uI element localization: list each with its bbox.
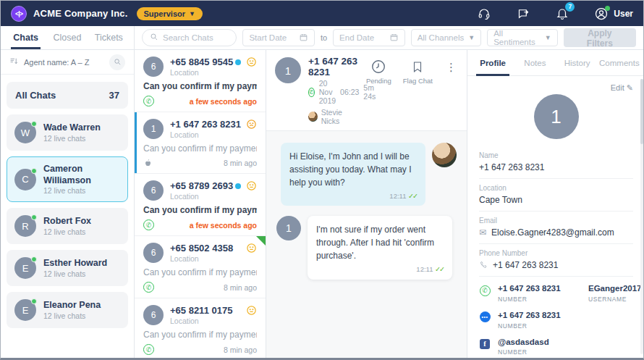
online-status-dot: [31, 121, 37, 127]
top-navbar: <|> ACME Company Inc. Supervisor ▼ 7: [1, 1, 643, 26]
scrollbar[interactable]: [640, 79, 643, 354]
avatar: 6: [143, 180, 164, 201]
whatsapp-icon: ✆: [480, 285, 491, 296]
agent-photo: [432, 143, 457, 167]
agent-item-robert-fox[interactable]: R Robert Fox 12 live chats: [7, 208, 128, 244]
message-text: I'm not sure if my order went through. A…: [316, 225, 434, 261]
channels-select[interactable]: All Channels ▼: [411, 29, 482, 46]
chat-location-label: Location: [170, 192, 257, 201]
search-placeholder: Search Chats: [163, 33, 213, 42]
agent-name: Wade Warren: [43, 122, 101, 134]
tab-notes[interactable]: Notes: [514, 50, 556, 75]
tab-profile[interactable]: Profile: [472, 50, 514, 75]
chat-list-item-selected[interactable]: 1 +1 647 263 8231 Location Can you confi…: [135, 112, 266, 174]
chat-location-label: Location: [170, 254, 257, 263]
more-options-icon[interactable]: ⋮: [444, 59, 458, 75]
phone-icon: [479, 261, 488, 269]
online-status-dot: [31, 256, 37, 262]
notification-count-badge: 7: [565, 2, 575, 12]
chat-list-item[interactable]: 6 +65 8502 4358 Location Can you confirm…: [135, 236, 266, 298]
chat-window: 1 +1 647 263 8231 ✆ 20 Nov 2019 06:23 5m…: [266, 50, 467, 360]
tab-comments[interactable]: Comments: [598, 50, 640, 75]
avatar: E: [14, 257, 36, 279]
agent-item-eleanor-pena[interactable]: E Eleanor Pena 12 live chats: [7, 292, 128, 328]
agent-name: Esther Howard: [43, 258, 107, 269]
chat-phone-number: +65 8211 0175: [170, 305, 232, 316]
channel-row-whatsapp: ✆ +1 647 263 8231NUMBER EGanger2017USERN…: [479, 284, 633, 303]
role-label: Supervisor: [144, 9, 185, 18]
sentiment-sad-icon: [246, 119, 257, 130]
chat-list-item[interactable]: 6 +65 8211 0175 Location Can you confirm…: [135, 298, 266, 360]
all-chats-count: 37: [109, 90, 119, 101]
chat-list: 6 +65 8845 9545 Location Can you confirm…: [135, 50, 266, 360]
chat-preview: Can you confirm if my payment went...: [143, 143, 257, 154]
avatar: 6: [143, 305, 164, 325]
agent-live-chats: 12 live chats: [43, 186, 120, 195]
search-chats-input[interactable]: Search Chats: [142, 29, 237, 46]
avatar: 1: [275, 57, 301, 83]
chat-preview: Can you confirm if my payment wen...: [143, 81, 257, 91]
tab-tickets[interactable]: Tickets: [88, 26, 130, 49]
tab-chats[interactable]: Chats: [5, 26, 46, 49]
user-label: User: [614, 9, 633, 19]
chat-header: 1 +1 647 263 8231 ✆ 20 Nov 2019 06:23 5m…: [266, 50, 467, 131]
conversation-title: +1 647 263 8231: [308, 56, 359, 78]
chat-phone-number: +1 647 263 8231: [170, 119, 241, 130]
pending-button[interactable]: Pending: [366, 59, 391, 85]
sentiments-select[interactable]: All Sentiments ▼: [487, 29, 558, 46]
read-receipt-icon: ✓✓: [408, 192, 417, 200]
messenger-icon: •••: [480, 311, 491, 322]
tab-history[interactable]: History: [556, 50, 598, 75]
sort-icon[interactable]: [9, 56, 19, 69]
profile-field-email: Email ✉Eloise.Gagner4283@gmail.com: [479, 211, 633, 243]
transfer-chat-icon[interactable]: [516, 7, 530, 21]
read-receipt-icon: ✓✓: [435, 265, 444, 273]
customer-message: 1 I'm not sure if my order went through.…: [276, 216, 457, 279]
agent-live-chats: 12 live chats: [43, 134, 101, 143]
message-time: 12:11: [389, 192, 406, 200]
chat-timestamp: a few seconds ago: [190, 221, 257, 230]
avatar: 1: [276, 216, 301, 240]
agent-item-wade-warren[interactable]: W Wade Warren 12 live chats: [7, 114, 128, 151]
apply-filters-button[interactable]: Apply Filters: [564, 28, 636, 47]
conversation-date: 20 Nov 2019: [319, 79, 336, 105]
sentiment-neutral-icon: [246, 305, 257, 316]
chat-list-item[interactable]: 6 +65 8789 2693 Location Can you confirm…: [135, 174, 266, 236]
notifications-bell-icon[interactable]: 7: [555, 7, 569, 21]
agent-photo: [308, 112, 318, 122]
agent-sort-label[interactable]: Agent name: A – Z: [24, 58, 90, 67]
agent-live-chats: 12 live chats: [43, 227, 91, 236]
channels-value: All Channels: [418, 33, 465, 42]
flag-chat-button[interactable]: Flag Chat: [403, 59, 433, 85]
avatar: 1: [143, 119, 164, 139]
edit-profile-button[interactable]: Edit ✎: [611, 83, 633, 93]
avatar: 6: [143, 56, 164, 77]
role-selector[interactable]: Supervisor ▼: [137, 7, 203, 20]
chat-preview: Can you confirm if my payment went...: [143, 267, 257, 277]
user-menu[interactable]: User: [594, 7, 633, 21]
agent-search-button[interactable]: [109, 54, 125, 70]
sentiments-value: All Sentiments: [493, 29, 545, 46]
tab-closed[interactable]: Closed: [46, 26, 88, 49]
unread-indicator-dot: [235, 59, 241, 65]
whatsapp-channel-icon: ✆: [143, 282, 154, 293]
agent-item-cameron-williamson[interactable]: C Cameron Williamson 12 live chats: [7, 156, 128, 202]
chat-list-item[interactable]: 6 +65 8845 9545 Location Can you confirm…: [135, 50, 266, 112]
message-text: Hi Eloise, I'm John and I will be assist…: [289, 151, 412, 188]
chat-preview: Can you confirm if my payment wen...: [143, 205, 257, 215]
start-date-input[interactable]: Start Date: [242, 29, 315, 46]
agents-sidebar: Agent name: A – Z All Chats 37 W Wade Wa…: [1, 50, 135, 360]
chat-preview: Can you confirm if my payment went...: [143, 330, 257, 340]
end-date-placeholder: End Date: [339, 33, 374, 42]
avatar: W: [14, 122, 36, 143]
agent-item-esther-howard[interactable]: E Esther Howard 12 live chats: [7, 250, 128, 286]
apple-channel-icon: [143, 158, 153, 168]
all-chats-item[interactable]: All Chats 37: [7, 82, 128, 109]
headset-icon[interactable]: [477, 7, 491, 21]
user-avatar-icon: [594, 7, 609, 21]
calendar-icon: [389, 33, 399, 43]
end-date-input[interactable]: End Date: [333, 29, 405, 46]
date-range-to-label: to: [321, 33, 327, 42]
chevron-down-icon: ▼: [545, 34, 551, 41]
chat-phone-number: +65 8502 4358: [170, 243, 233, 254]
